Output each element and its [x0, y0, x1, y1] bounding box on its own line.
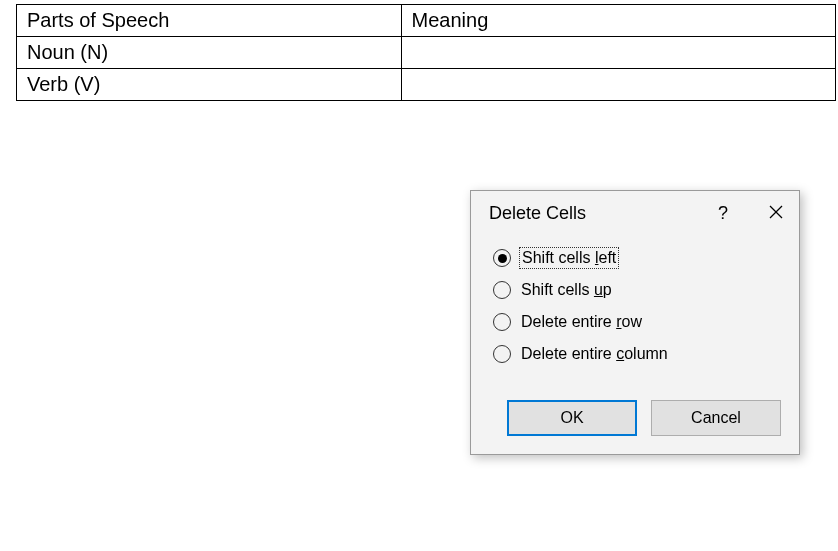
- radio-label: Delete entire column: [521, 345, 668, 363]
- ok-button[interactable]: OK: [507, 400, 637, 436]
- dialog-titlebar: Delete Cells ?: [471, 191, 799, 234]
- document-table[interactable]: Parts of Speech Meaning Noun (N) Verb (V…: [16, 4, 836, 101]
- radio-delete-entire-column[interactable]: Delete entire column: [493, 338, 781, 370]
- table-row: Noun (N): [17, 37, 836, 69]
- radio-label: Shift cells left: [521, 249, 617, 267]
- radio-delete-entire-row[interactable]: Delete entire row: [493, 306, 781, 338]
- radio-icon: [493, 281, 511, 299]
- radio-icon: [493, 249, 511, 267]
- dialog-body: Shift cells left Shift cells up Delete e…: [471, 234, 799, 386]
- delete-cells-dialog: Delete Cells ? Shift cells left Shift ce…: [470, 190, 800, 455]
- close-icon: [769, 205, 783, 219]
- help-button[interactable]: ?: [703, 203, 743, 224]
- table-header-cell[interactable]: Meaning: [401, 5, 835, 37]
- table-header-cell[interactable]: Parts of Speech: [17, 5, 402, 37]
- table-row: Verb (V): [17, 69, 836, 101]
- radio-icon: [493, 313, 511, 331]
- dialog-title: Delete Cells: [489, 203, 703, 224]
- radio-shift-cells-left[interactable]: Shift cells left: [493, 242, 781, 274]
- radio-icon: [493, 345, 511, 363]
- radio-label: Shift cells up: [521, 281, 612, 299]
- table-cell[interactable]: Verb (V): [17, 69, 402, 101]
- cancel-button[interactable]: Cancel: [651, 400, 781, 436]
- table-header-row: Parts of Speech Meaning: [17, 5, 836, 37]
- table-cell[interactable]: [401, 69, 835, 101]
- dialog-buttons: OK Cancel: [471, 386, 799, 454]
- radio-label: Delete entire row: [521, 313, 642, 331]
- radio-shift-cells-up[interactable]: Shift cells up: [493, 274, 781, 306]
- table-cell[interactable]: Noun (N): [17, 37, 402, 69]
- close-button[interactable]: [743, 205, 783, 223]
- table-cell[interactable]: [401, 37, 835, 69]
